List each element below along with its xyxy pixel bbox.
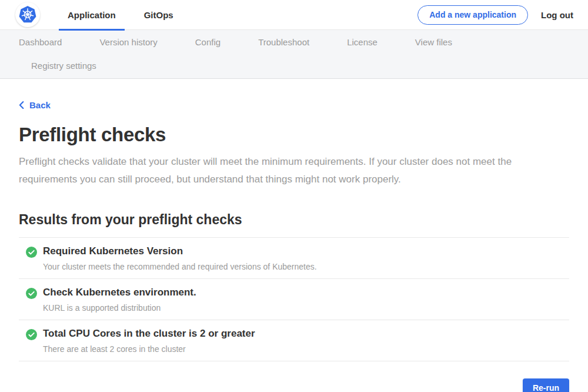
- check-row-cpu-cores: Total CPU Cores in the cluster is 2 or g…: [19, 320, 569, 361]
- check-text-block: Check Kubernetes environment. KURL is a …: [43, 287, 196, 313]
- add-new-application-button[interactable]: Add a new application: [417, 5, 528, 25]
- check-title: Total CPU Cores in the cluster is 2 or g…: [43, 328, 255, 340]
- check-title: Check Kubernetes environment.: [43, 287, 196, 298]
- page-description: Preflight checks validate that your clus…: [19, 153, 554, 188]
- check-circle-icon: [26, 288, 37, 299]
- page-title: Preflight checks: [19, 124, 569, 146]
- check-row-kubernetes-version: Required Kubernetes Version Your cluster…: [19, 237, 569, 278]
- chevron-left-icon: [19, 101, 24, 109]
- preflight-checks-list: Required Kubernetes Version Your cluster…: [19, 237, 569, 361]
- subnav-item-license[interactable]: License: [347, 31, 377, 54]
- subnav-item-view-files[interactable]: View files: [415, 31, 452, 54]
- top-navbar: Application GitOps Add a new application…: [0, 0, 588, 30]
- check-circle-icon: [26, 247, 37, 258]
- check-text-block: Required Kubernetes Version Your cluster…: [43, 245, 317, 271]
- check-row-kubernetes-environment: Check Kubernetes environment. KURL is a …: [19, 278, 569, 320]
- check-detail: There are at least 2 cores in the cluste…: [43, 344, 255, 354]
- subnav-row-2: Registry settings: [0, 54, 576, 78]
- back-link[interactable]: Back: [19, 100, 51, 110]
- check-detail: Your cluster meets the recommended and r…: [43, 262, 317, 271]
- tab-application[interactable]: Application: [59, 0, 125, 30]
- subnav-item-version-history[interactable]: Version history: [99, 31, 157, 54]
- subnav-item-registry-settings[interactable]: Registry settings: [31, 54, 96, 78]
- check-text-block: Total CPU Cores in the cluster is 2 or g…: [43, 328, 255, 354]
- check-circle-icon: [26, 329, 37, 340]
- rerun-button[interactable]: Re-run: [523, 378, 569, 392]
- main-content: Back Preflight checks Preflight checks v…: [0, 79, 588, 392]
- logout-button[interactable]: Log out: [541, 10, 573, 20]
- check-title: Required Kubernetes Version: [43, 245, 317, 257]
- tab-gitops[interactable]: GitOps: [135, 0, 182, 30]
- subnav-item-dashboard[interactable]: Dashboard: [19, 31, 62, 54]
- subnav-item-troubleshoot[interactable]: Troubleshoot: [258, 31, 309, 54]
- subnav-item-config[interactable]: Config: [195, 31, 220, 54]
- results-heading: Results from your preflight checks: [19, 212, 569, 228]
- kubernetes-helm-wheel: [17, 4, 38, 25]
- footer-actions: Re-run: [19, 378, 569, 392]
- tab-gitops-label: GitOps: [144, 10, 173, 20]
- check-detail: KURL is a supported distribution: [43, 303, 196, 313]
- tab-application-label: Application: [68, 10, 116, 20]
- kubernetes-logo-icon[interactable]: [15, 2, 40, 27]
- app-subnav: Dashboard Version history Config Trouble…: [0, 30, 588, 79]
- subnav-row-1: Dashboard Version history Config Trouble…: [0, 31, 576, 54]
- back-link-label: Back: [29, 100, 51, 110]
